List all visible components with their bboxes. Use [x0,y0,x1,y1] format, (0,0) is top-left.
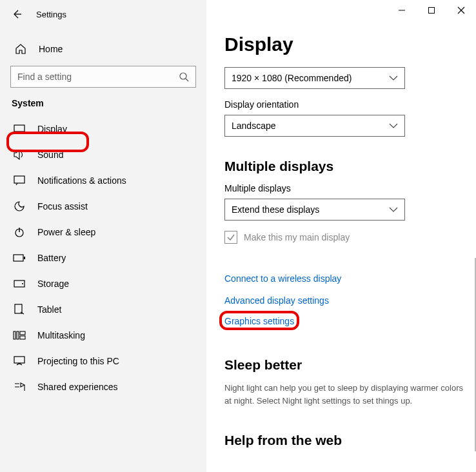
maximize-button[interactable] [417,0,446,21]
home-icon [14,43,27,55]
page-title: Display [224,34,463,55]
power-icon [13,226,26,239]
sidebar-item-label: Display [37,124,67,134]
link-connect-wireless[interactable]: Connect to a wireless display [224,273,341,284]
sidebar-item-label: Shared experiences [37,382,118,392]
svg-point-0 [180,73,186,79]
orientation-label: Display orientation [224,99,463,110]
sidebar-nav-list: Display Sound Notifications & actions Fo… [10,120,196,396]
titlebar: Settings [0,0,206,26]
sidebar-item-label: Multitasking [37,330,85,340]
orientation-select[interactable]: Landscape [224,115,405,137]
sidebar-item-label: Focus assist [37,201,88,211]
sleep-heading: Sleep better [224,357,463,373]
make-main-checkbox: Make this my main display [224,231,463,244]
chevron-down-icon [389,207,398,212]
back-button[interactable] [10,8,23,21]
sidebar-item-label: Battery [37,253,66,263]
svg-rect-10 [17,331,19,339]
sidebar-item-focus-assist[interactable]: Focus assist [10,197,196,215]
sidebar-item-display[interactable]: Display [10,120,196,138]
battery-icon [13,251,26,264]
window-controls [387,0,476,21]
sidebar-home-label: Home [39,44,63,54]
shared-icon [13,380,26,393]
svg-rect-13 [14,357,25,363]
svg-rect-11 [20,331,25,335]
display-icon [13,123,26,135]
svg-rect-9 [14,331,15,339]
tablet-icon [13,303,26,316]
search-input[interactable] [17,72,179,82]
sidebar-item-label: Sound [37,150,63,160]
sidebar-item-notifications[interactable]: Notifications & actions [10,172,196,190]
multi-displays-select[interactable]: Extend these displays [224,199,405,221]
sidebar-item-label: Power & sleep [37,227,95,237]
window-title: Settings [36,10,66,19]
sound-icon [13,148,26,161]
make-main-label: Make this my main display [244,232,350,242]
resolution-select[interactable]: 1920 × 1080 (Recommended) [224,67,405,89]
multi-displays-value: Extend these displays [232,204,319,215]
checkbox-icon [224,231,237,244]
svg-rect-4 [14,255,23,261]
sidebar-item-label: Storage [37,279,69,289]
sidebar-item-projecting[interactable]: Projecting to this PC [10,352,196,370]
resolution-value: 1920 × 1080 (Recommended) [232,73,352,83]
svg-point-7 [22,283,23,284]
multi-displays-label: Multiple displays [224,183,463,193]
sidebar-item-sound[interactable]: Sound [10,146,196,164]
multitasking-icon [13,329,26,342]
projecting-icon [13,355,26,368]
sidebar-item-battery[interactable]: Battery [10,249,196,267]
sidebar: Settings Home System Display [0,0,206,472]
main-panel: Display 1920 × 1080 (Recommended) Displa… [206,0,476,472]
storage-icon [13,277,26,290]
chevron-down-icon [389,75,398,81]
sidebar-section-label: System [12,98,196,108]
link-graphics-settings[interactable]: Graphics settings [224,316,294,326]
sidebar-item-multitasking[interactable]: Multitasking [10,326,196,344]
svg-rect-14 [429,8,435,14]
sidebar-item-shared[interactable]: Shared experiences [10,378,196,396]
svg-rect-12 [20,336,25,339]
focus-assist-icon [13,200,26,213]
close-button[interactable] [446,0,476,21]
notifications-icon [13,174,26,187]
svg-rect-2 [14,176,25,183]
sidebar-home[interactable]: Home [10,36,196,62]
minimize-button[interactable] [387,0,417,21]
search-box[interactable] [10,66,196,88]
help-heading: Help from the web [224,433,463,448]
chevron-down-icon [389,123,398,128]
svg-rect-1 [14,125,25,132]
search-icon [179,72,189,82]
sidebar-item-label: Notifications & actions [37,175,126,186]
orientation-value: Landscape [232,121,276,131]
sidebar-item-storage[interactable]: Storage [10,275,196,293]
link-advanced-display[interactable]: Advanced display settings [224,295,329,306]
multi-displays-heading: Multiple displays [224,159,463,174]
sidebar-item-power-sleep[interactable]: Power & sleep [10,223,196,241]
sidebar-item-label: Tablet [37,304,61,315]
sidebar-item-tablet[interactable]: Tablet [10,300,196,319]
sleep-description: Night light can help you get to sleep by… [224,382,463,407]
svg-rect-5 [24,257,25,259]
sidebar-item-label: Projecting to this PC [37,356,119,366]
